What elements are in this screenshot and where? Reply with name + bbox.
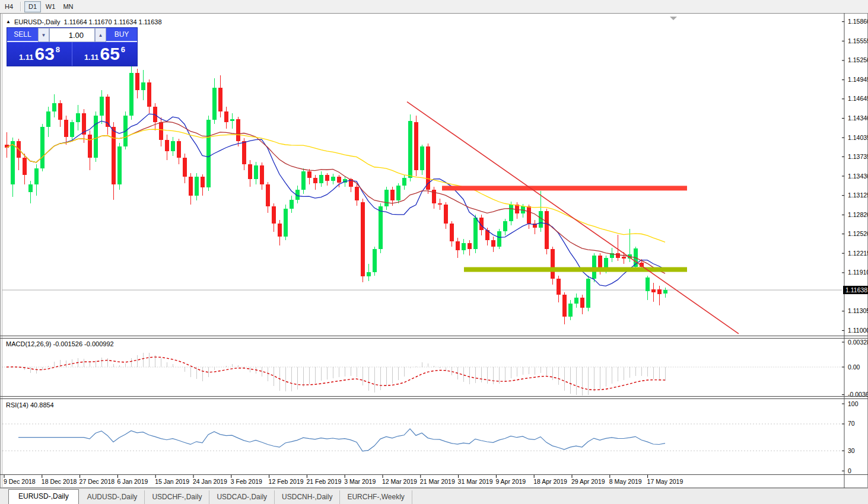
svg-text:1.14645: 1.14645 [848, 95, 868, 102]
chart-tab-audusd-daily[interactable]: AUDUSD-,Daily [80, 490, 145, 504]
svg-text:1.15555: 1.15555 [848, 37, 868, 44]
timeframe-button-mn[interactable]: MN [60, 1, 77, 12]
chart-tab-usdcnh-daily[interactable]: USDCNH-,Daily [275, 490, 340, 504]
chart-tab-usdcad-daily[interactable]: USDCAD-,Daily [209, 490, 275, 504]
svg-text:21 Feb 2019: 21 Feb 2019 [306, 478, 341, 485]
svg-text:0.003287: 0.003287 [848, 339, 868, 346]
svg-text:31 Mar 2019: 31 Mar 2019 [458, 478, 493, 485]
svg-text:6 Jan 2019: 6 Jan 2019 [117, 478, 148, 485]
timeframe-button-w1[interactable]: W1 [42, 1, 59, 12]
collapse-trade-panel-icon[interactable]: ▲ [6, 20, 11, 24]
bid-price-big: 63 [34, 43, 54, 65]
bid-price[interactable]: 1.11 63 8 [7, 42, 72, 66]
svg-text:9 Dec 2018: 9 Dec 2018 [4, 478, 36, 485]
support-line [464, 267, 687, 272]
svg-text:1.11000: 1.11000 [848, 327, 868, 334]
bid-price-sup: 8 [56, 45, 60, 54]
chart-tab-usdchf-daily[interactable]: USDCHF-,Daily [145, 490, 209, 504]
svg-text:1.14035: 1.14035 [848, 134, 868, 141]
timeframe-button-h4[interactable]: H4 [1, 1, 17, 12]
timeframe-toolbar: H4D1W1MN [0, 0, 868, 14]
chart-tab-eurusd-daily[interactable]: EURUSD-,Daily [8, 489, 79, 504]
svg-text:1.12820: 1.12820 [848, 211, 868, 218]
svg-text:27 Dec 2018: 27 Dec 2018 [80, 478, 115, 485]
volume-input[interactable]: 1.00 [49, 28, 95, 42]
svg-text:1.15860: 1.15860 [848, 18, 868, 25]
svg-text:12 Feb 2019: 12 Feb 2019 [269, 478, 304, 485]
sell-button[interactable]: SELL [7, 28, 38, 42]
svg-text:30: 30 [848, 447, 855, 454]
svg-text:9 Apr 2019: 9 Apr 2019 [495, 478, 526, 485]
svg-text:3 Mar 2019: 3 Mar 2019 [344, 478, 376, 485]
svg-text:1.11910: 1.11910 [848, 269, 868, 276]
svg-text:17 May 2019: 17 May 2019 [647, 478, 683, 485]
svg-text:1.14340: 1.14340 [848, 114, 868, 122]
svg-text:1.15250: 1.15250 [848, 56, 868, 63]
svg-text:1.13735: 1.13735 [848, 153, 868, 160]
svg-text:15 Jan 2019: 15 Jan 2019 [155, 478, 189, 485]
svg-text:29 Apr 2019: 29 Apr 2019 [571, 478, 605, 485]
svg-text:0.00: 0.00 [848, 363, 860, 371]
svg-text:70: 70 [848, 420, 855, 427]
ask-price[interactable]: 1.11 65 6 [72, 42, 137, 66]
price-chart-canvas[interactable]: 1.158601.155551.152501.149451.146451.143… [0, 13, 868, 488]
volume-decrease-button[interactable]: ▼ [38, 28, 49, 42]
chart-symbol-label: EURUSD-,Daily [14, 18, 61, 25]
svg-text:1.13430: 1.13430 [848, 173, 868, 180]
macd-indicator-label: MACD(12,26,9) -0.001526 -0.000992 [6, 340, 114, 347]
toolbar-separator [20, 2, 21, 11]
svg-text:8 May 2019: 8 May 2019 [609, 478, 642, 485]
buy-button[interactable]: BUY [106, 28, 137, 42]
chart-window: 1.158601.155551.152501.149451.146451.143… [0, 13, 868, 488]
svg-text:1.11305: 1.11305 [848, 307, 868, 314]
svg-text:18 Apr 2019: 18 Apr 2019 [533, 478, 567, 485]
volume-increase-button[interactable]: ▲ [95, 28, 106, 42]
svg-text:21 Mar 2019: 21 Mar 2019 [420, 478, 455, 485]
svg-text:24 Jan 2019: 24 Jan 2019 [193, 478, 227, 485]
svg-text:1.12520: 1.12520 [848, 230, 868, 237]
chart-header: ▲ EURUSD-,Daily 1.11664 1.11670 1.11634 … [6, 18, 162, 25]
svg-text:1.14945: 1.14945 [848, 76, 868, 83]
svg-text:1.13125: 1.13125 [848, 192, 868, 199]
svg-text:100: 100 [848, 400, 859, 407]
one-click-trade-panel: SELL ▼ 1.00 ▲ BUY 1.11 63 8 1.11 65 6 [7, 27, 138, 66]
svg-text:-0.00365: -0.00365 [848, 391, 868, 398]
ask-price-small: 1.11 [84, 53, 99, 62]
resistance-line [442, 186, 687, 190]
chart-ohlc-values: 1.11664 1.11670 1.11634 1.11638 [64, 18, 162, 25]
ask-price-big: 65 [100, 43, 119, 65]
svg-text:0: 0 [848, 467, 851, 474]
svg-text:3 Feb 2019: 3 Feb 2019 [231, 478, 262, 485]
timeframe-button-d1[interactable]: D1 [24, 1, 41, 12]
ask-price-sup: 6 [121, 45, 125, 54]
svg-text:1.12215: 1.12215 [848, 250, 868, 257]
svg-text:18 Dec 2018: 18 Dec 2018 [42, 478, 77, 485]
mt4-window: H4D1W1MN 1.158601.155551.152501.149451.1… [0, 0, 868, 504]
chart-tab-eurchf-weekly[interactable]: EURCHF-,Weekly [340, 490, 412, 504]
svg-text:12 Mar 2019: 12 Mar 2019 [382, 478, 417, 485]
current-price-tag-text: 1.11638 [845, 286, 867, 294]
bid-price-small: 1.11 [19, 53, 34, 62]
rsi-indicator-label: RSI(14) 40.8854 [6, 401, 54, 409]
chart-tab-bar: EURUSD-,DailyAUDUSD-,DailyUSDCHF-,DailyU… [0, 488, 868, 504]
